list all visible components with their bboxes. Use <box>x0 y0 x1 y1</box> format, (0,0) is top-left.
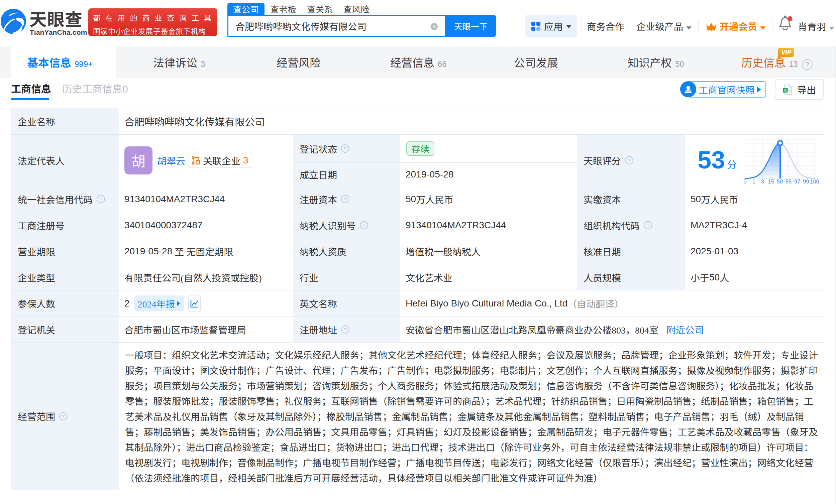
svg-text:97: 97 <box>794 178 800 185</box>
svg-text:100: 100 <box>810 178 819 185</box>
svg-text:1: 1 <box>752 178 755 185</box>
svg-text:99: 99 <box>803 178 809 185</box>
svg-text:X: X <box>784 88 787 92</box>
svg-text:15: 15 <box>768 178 774 185</box>
svg-text:3: 3 <box>761 178 764 185</box>
svg-text:50: 50 <box>777 178 783 185</box>
svg-text:0: 0 <box>743 178 746 185</box>
svg-text:85: 85 <box>785 178 792 185</box>
